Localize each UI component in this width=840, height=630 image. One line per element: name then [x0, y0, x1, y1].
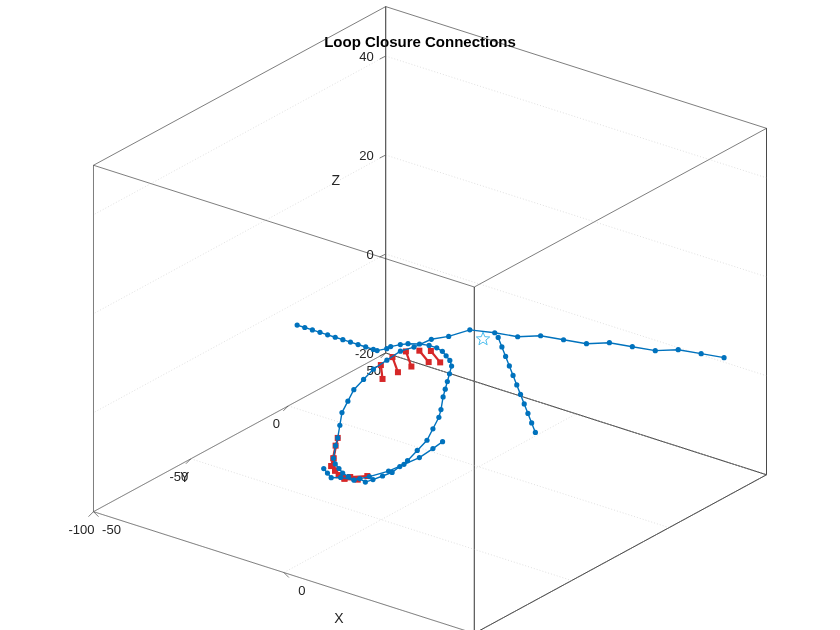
- svg-point-113: [424, 438, 429, 443]
- z-tick-label: 40: [359, 49, 373, 64]
- svg-point-81: [561, 337, 566, 342]
- svg-point-124: [440, 349, 445, 354]
- svg-point-89: [398, 349, 403, 354]
- svg-point-156: [325, 471, 330, 476]
- svg-rect-69: [395, 369, 401, 375]
- svg-point-144: [496, 335, 501, 340]
- svg-point-149: [514, 382, 519, 387]
- svg-point-86: [446, 334, 451, 339]
- svg-point-94: [345, 399, 350, 404]
- svg-line-17: [93, 512, 474, 630]
- svg-point-133: [371, 347, 376, 352]
- svg-point-125: [434, 345, 439, 350]
- svg-rect-60: [437, 359, 443, 365]
- y-axis-label: Y: [180, 469, 190, 485]
- svg-point-78: [630, 344, 635, 349]
- svg-point-141: [310, 327, 315, 332]
- svg-point-97: [335, 435, 340, 440]
- y-tick-label: -100: [68, 522, 94, 537]
- z-axis-label: Z: [331, 172, 340, 188]
- svg-point-106: [363, 479, 368, 484]
- svg-point-96: [337, 423, 342, 428]
- svg-point-163: [417, 455, 422, 460]
- svg-point-162: [401, 462, 406, 467]
- svg-point-114: [430, 426, 435, 431]
- svg-point-146: [503, 354, 508, 359]
- svg-line-3: [93, 7, 385, 166]
- svg-line-11: [386, 155, 767, 277]
- svg-point-98: [333, 443, 338, 448]
- svg-point-148: [510, 373, 515, 378]
- svg-point-127: [417, 341, 422, 346]
- svg-line-31: [284, 414, 576, 573]
- svg-point-152: [525, 411, 530, 416]
- svg-point-123: [444, 353, 449, 358]
- svg-point-85: [467, 327, 472, 332]
- svg-point-160: [367, 474, 372, 479]
- svg-point-161: [386, 468, 391, 473]
- svg-point-136: [348, 339, 353, 344]
- svg-point-165: [440, 439, 445, 444]
- svg-point-108: [380, 473, 385, 478]
- svg-point-131: [384, 346, 389, 351]
- svg-line-8: [386, 254, 767, 376]
- svg-point-145: [499, 344, 504, 349]
- svg-point-143: [295, 322, 300, 327]
- svg-point-147: [507, 363, 512, 368]
- svg-point-121: [449, 363, 454, 368]
- svg-point-116: [438, 407, 443, 412]
- svg-point-92: [361, 377, 366, 382]
- svg-line-23: [288, 406, 669, 528]
- svg-point-99: [331, 456, 336, 461]
- svg-point-80: [584, 341, 589, 346]
- svg-point-91: [371, 367, 376, 372]
- svg-point-122: [447, 358, 452, 363]
- x-tick-label: -50: [102, 522, 121, 537]
- svg-point-153: [529, 420, 534, 425]
- svg-point-74: [721, 355, 726, 360]
- svg-line-16: [380, 56, 386, 59]
- svg-rect-61: [428, 348, 434, 354]
- svg-point-95: [339, 410, 344, 415]
- svg-point-90: [384, 358, 389, 363]
- svg-point-142: [302, 325, 307, 330]
- svg-point-79: [607, 340, 612, 345]
- svg-point-77: [653, 348, 658, 353]
- svg-rect-64: [416, 348, 422, 354]
- svg-point-93: [351, 387, 356, 392]
- svg-line-9: [93, 254, 385, 413]
- svg-point-155: [321, 466, 326, 471]
- axes-3d[interactable]: -20 0 20 40 -100 -50 0 50 -50 0 50 X Y Z: [0, 0, 840, 630]
- x-axis-label: X: [334, 610, 344, 626]
- svg-point-137: [340, 337, 345, 342]
- svg-point-138: [333, 335, 338, 340]
- svg-point-159: [351, 477, 356, 482]
- svg-point-150: [518, 392, 523, 397]
- svg-point-101: [336, 466, 341, 471]
- svg-point-88: [411, 344, 416, 349]
- svg-point-76: [676, 347, 681, 352]
- svg-point-100: [333, 461, 338, 466]
- svg-point-126: [427, 343, 432, 348]
- svg-point-117: [441, 394, 446, 399]
- svg-point-82: [538, 333, 543, 338]
- svg-point-120: [447, 371, 452, 376]
- y-tick-label: 0: [273, 416, 280, 431]
- svg-point-83: [515, 334, 520, 339]
- svg-line-7: [380, 353, 386, 356]
- svg-point-157: [329, 475, 334, 480]
- x-tick-label: 0: [298, 583, 305, 598]
- svg-line-33: [474, 475, 766, 630]
- svg-point-84: [492, 330, 497, 335]
- svg-rect-63: [426, 359, 432, 365]
- svg-line-15: [93, 56, 385, 215]
- svg-point-139: [325, 332, 330, 337]
- svg-line-10: [380, 254, 386, 257]
- svg-line-12: [93, 155, 385, 314]
- figure-window: { "chart_data": { "type": "line", "title…: [0, 0, 840, 630]
- svg-point-134: [363, 344, 368, 349]
- svg-line-14: [386, 56, 767, 178]
- svg-point-151: [522, 401, 527, 406]
- z-tick-label: 20: [359, 148, 373, 163]
- svg-line-19: [88, 512, 93, 517]
